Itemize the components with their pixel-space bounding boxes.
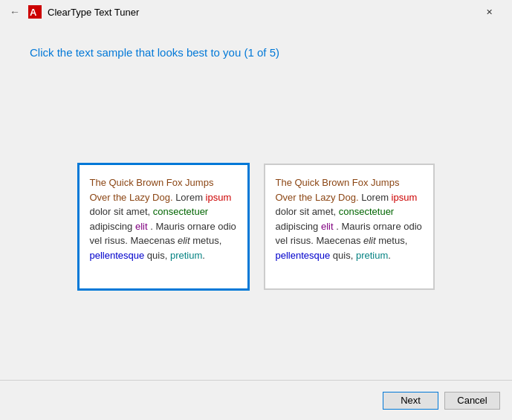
samples-area: The Quick Brown Fox Jumps Over the Lazy … [30, 81, 482, 372]
instruction-text: Click the text sample that looks best to… [30, 46, 482, 59]
close-button[interactable]: ✕ [472, 0, 506, 24]
window: ← A ClearType Text Tuner ✕ Click the tex… [0, 0, 512, 420]
main-content: Click the text sample that looks best to… [0, 24, 512, 380]
footer: Next Cancel [0, 380, 512, 420]
title-bar: ← A ClearType Text Tuner ✕ [0, 0, 512, 24]
next-button[interactable]: Next [383, 392, 438, 410]
sample-1-text: The Quick Brown Fox Jumps Over the Lazy … [90, 177, 236, 261]
sample-2-text: The Quick Brown Fox Jumps Over the Lazy … [276, 177, 422, 261]
cancel-button[interactable]: Cancel [444, 392, 500, 410]
window-title: ClearType Text Tuner [48, 7, 139, 18]
svg-text:A: A [30, 7, 37, 18]
sample-box-2[interactable]: The Quick Brown Fox Jumps Over the Lazy … [264, 164, 435, 290]
app-icon: A [28, 5, 42, 19]
back-button[interactable]: ← [7, 4, 22, 19]
sample-box-1[interactable]: The Quick Brown Fox Jumps Over the Lazy … [78, 164, 249, 290]
